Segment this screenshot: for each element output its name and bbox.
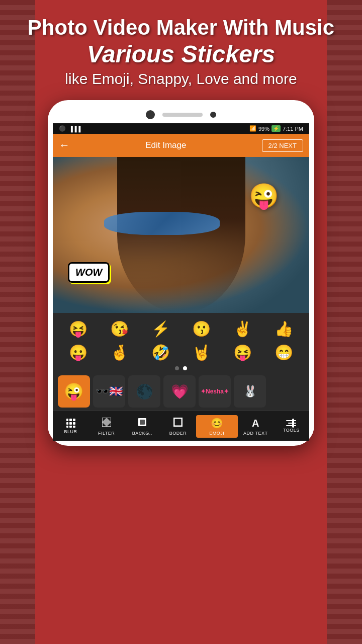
emoji-item[interactable]: ⚡ (151, 320, 170, 338)
blur-icon (66, 419, 75, 428)
header-title: Photo Video Maker With Music (10, 15, 352, 40)
bottom-toolbar: BLUR FILTER BACKG.. (53, 411, 309, 441)
photo-hair-overlay (117, 157, 245, 313)
header-section: Photo Video Maker With Music Various Sti… (0, 0, 362, 95)
category-bunny-icon: 🐰 (243, 385, 257, 398)
next-label: NEXT (279, 142, 297, 149)
emoji-item[interactable]: 😝 (69, 320, 87, 338)
emoji-item[interactable]: 😁 (275, 344, 293, 361)
emoji-item[interactable]: 🤞 (110, 344, 129, 361)
emoji-item[interactable]: 🤘 (192, 344, 211, 361)
photo-glasses-overlay (104, 212, 220, 235)
add-text-tool[interactable]: A ADD TEXT (238, 416, 274, 438)
category-emoji[interactable]: 😜 (58, 375, 90, 408)
blur-label: BLUR (64, 429, 77, 434)
category-nesha[interactable]: ✦Nesha✦ (199, 375, 231, 408)
emoji-row-2: 😛 🤞 🤣 🤘 😝 😁 (53, 341, 309, 364)
wow-sticker[interactable]: WOW (68, 262, 110, 283)
tools-tool[interactable]: TOOLS (274, 418, 309, 435)
add-text-icon: A (252, 418, 259, 429)
filter-tool[interactable]: FILTER (88, 416, 124, 438)
category-globe-icon: 🌑 (136, 383, 153, 400)
bottom-panel: 😝 😘 ⚡ 😗 ✌️ 👍 😛 🤞 🤣 🤘 😝 😁 😜 (53, 313, 309, 441)
emoji-item[interactable]: 😗 (192, 320, 211, 338)
tools-label: TOOLS (283, 428, 300, 433)
film-strip-left (0, 0, 35, 644)
category-globe[interactable]: 🌑 (128, 375, 160, 408)
background-label: BACKG.. (132, 431, 152, 436)
add-text-label: ADD TEXT (243, 431, 267, 436)
phone-speaker (162, 113, 203, 117)
emoji-icon: 😊 (211, 417, 223, 429)
emoji-item[interactable]: 😘 (110, 320, 129, 338)
pagination-dots (53, 364, 309, 372)
background-tool[interactable]: BACKG.. (124, 416, 160, 438)
battery-percent: 99% (258, 126, 269, 132)
category-nesha-icon: ✦Nesha✦ (201, 388, 229, 395)
phone-top-bar (53, 110, 309, 119)
category-sunglasses-icon: 🕶️🇬🇧 (96, 385, 123, 398)
film-strip-right (327, 0, 362, 644)
back-button[interactable]: ← (59, 139, 70, 152)
emoji-item[interactable]: 😛 (69, 344, 87, 361)
phone-sensor (210, 112, 216, 118)
page-info: 2/2 (268, 142, 278, 149)
category-heart-icon: 💗 (171, 383, 189, 400)
emoji-tool[interactable]: 😊 EMOJI (196, 415, 238, 438)
main-image-area: WOW 😜 (53, 157, 309, 313)
app-toolbar: ← Edit Image 2/2 NEXT (53, 134, 309, 157)
border-icon (173, 418, 183, 429)
emoji-label: EMOJI (209, 431, 224, 436)
emoji-item[interactable]: 👍 (275, 320, 293, 338)
emoji-item[interactable]: ✌️ (233, 320, 252, 338)
emoji-item[interactable]: 🤣 (151, 344, 170, 361)
category-emoji-icon: 😜 (64, 382, 84, 401)
svg-rect-3 (140, 420, 145, 425)
time-display: 7:11 PM (283, 126, 303, 132)
header-subtitle: Various Stickers (10, 40, 352, 68)
phone-frame: ⚫ ▐▐▐ 📶 99% ⚡ 7:11 PM ← Edit Image 2/2 N… (48, 100, 314, 446)
emoji-row-1: 😝 😘 ⚡ 😗 ✌️ 👍 (53, 317, 309, 341)
dot-1[interactable] (175, 366, 179, 370)
category-heart[interactable]: 💗 (163, 375, 196, 408)
background-icon (138, 418, 147, 429)
header-desc: like Emoji, Snappy, Love and more (10, 70, 352, 88)
svg-marker-1 (102, 418, 111, 427)
svg-rect-4 (174, 418, 182, 426)
category-row: 😜 🕶️🇬🇧 🌑 💗 ✦Nesha✦ 🐰 (53, 372, 309, 411)
battery-icon: ⚡ (272, 125, 281, 132)
border-tool[interactable]: BODER (160, 416, 196, 438)
next-button[interactable]: 2/2 NEXT (262, 139, 303, 152)
signal-bars: ▐▐▐ (69, 126, 80, 132)
notification-icon: ⚫ (59, 125, 66, 132)
status-right: 📶 99% ⚡ 7:11 PM (249, 125, 303, 132)
category-sunglasses[interactable]: 🕶️🇬🇧 (93, 375, 125, 408)
border-label: BODER (169, 431, 187, 436)
signal-icon: 📶 (249, 125, 256, 132)
category-bunny[interactable]: 🐰 (234, 375, 266, 408)
status-bar: ⚫ ▐▐▐ 📶 99% ⚡ 7:11 PM (53, 123, 309, 134)
filter-icon (102, 418, 111, 429)
filter-label: FILTER (98, 431, 115, 436)
emoji-sticker-overlay[interactable]: 😜 (249, 182, 279, 210)
toolbar-title: Edit Image (145, 140, 186, 150)
status-left: ⚫ ▐▐▐ (59, 125, 80, 132)
tools-icon (286, 420, 296, 426)
phone-camera (146, 110, 155, 119)
blur-tool[interactable]: BLUR (53, 417, 88, 436)
emoji-item[interactable]: 😝 (233, 344, 252, 361)
dot-2[interactable] (183, 366, 187, 370)
